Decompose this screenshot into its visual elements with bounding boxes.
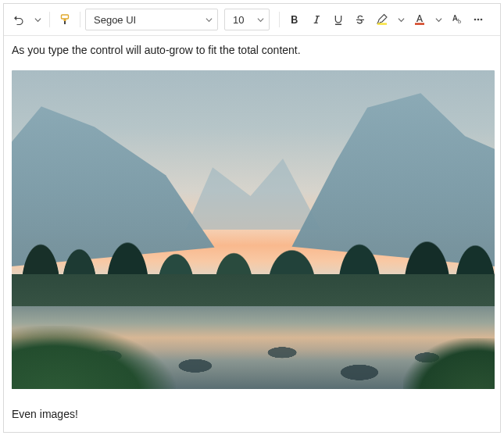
undo-split-button[interactable] — [30, 9, 45, 30]
font-color-icon — [413, 13, 426, 26]
underline-icon — [333, 14, 344, 25]
undo-icon — [13, 13, 25, 26]
clear-formatting-button[interactable]: b — [447, 9, 467, 30]
bold-icon — [289, 14, 300, 25]
rich-text-editor: Segoe UI 10 — [3, 3, 501, 433]
paragraph[interactable]: Even images! — [12, 406, 492, 422]
highlight-button[interactable] — [372, 9, 392, 30]
chevron-down-icon — [257, 14, 264, 26]
image-trees — [12, 191, 495, 287]
embedded-image[interactable] — [12, 70, 495, 389]
svg-point-6 — [474, 19, 477, 21]
undo-button[interactable] — [9, 9, 29, 30]
chevron-down-icon — [435, 16, 442, 23]
font-family-combo[interactable]: Segoe UI — [85, 9, 218, 30]
format-painter-button[interactable] — [55, 9, 75, 30]
toolbar: Segoe UI 10 — [4, 4, 500, 36]
paragraph[interactable]: As you type the control will auto-grow t… — [12, 42, 492, 58]
svg-text:b: b — [458, 18, 461, 25]
svg-rect-2 — [64, 21, 66, 24]
editor-content-area[interactable]: As you type the control will auto-grow t… — [4, 36, 500, 432]
separator — [279, 12, 280, 27]
font-size-combo[interactable]: 10 — [224, 9, 270, 30]
highlight-icon — [376, 13, 388, 26]
separator — [49, 12, 50, 27]
bold-button[interactable] — [284, 9, 305, 30]
italic-icon — [311, 14, 322, 25]
svg-point-7 — [477, 19, 480, 21]
svg-rect-0 — [62, 15, 69, 19]
svg-rect-1 — [64, 19, 66, 21]
chevron-down-icon — [398, 16, 405, 23]
clear-formatting-icon: b — [451, 13, 463, 26]
svg-rect-3 — [377, 23, 387, 24]
chevron-down-icon — [206, 14, 213, 26]
font-color-split-button[interactable] — [431, 9, 445, 30]
separator — [80, 12, 80, 27]
underline-button[interactable] — [328, 9, 349, 30]
svg-rect-4 — [415, 23, 424, 24]
italic-button[interactable] — [306, 9, 327, 30]
strikethrough-icon — [355, 14, 366, 25]
strikethrough-button[interactable] — [350, 9, 370, 30]
font-size-value: 10 — [233, 14, 244, 26]
image-grass — [403, 338, 495, 389]
more-icon — [472, 13, 484, 26]
overflow-button[interactable] — [469, 9, 488, 30]
highlight-split-button[interactable] — [394, 9, 408, 30]
svg-point-8 — [481, 19, 483, 21]
format-painter-icon — [59, 13, 71, 26]
image-grass — [12, 326, 176, 390]
font-color-button[interactable] — [409, 9, 430, 30]
chevron-down-icon — [34, 16, 41, 23]
font-family-value: Segoe UI — [94, 14, 136, 26]
